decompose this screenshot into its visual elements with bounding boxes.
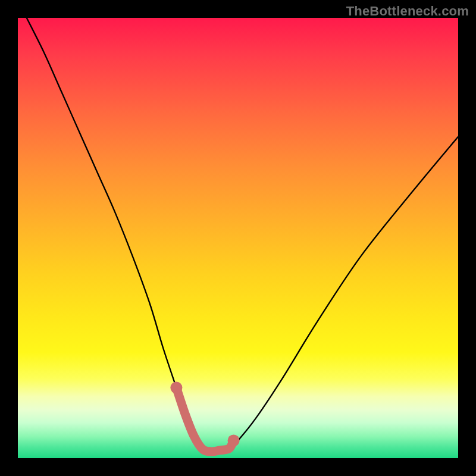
plot-area <box>18 18 458 458</box>
trough-marker-stroke <box>176 388 233 452</box>
trough-end-dot <box>170 382 182 394</box>
chart-stage: TheBottleneck.com <box>0 0 476 476</box>
bottleneck-curve <box>27 18 458 454</box>
trough-end-dot <box>228 434 240 446</box>
watermark-text: TheBottleneck.com <box>346 4 469 19</box>
curve-layer <box>18 18 458 458</box>
